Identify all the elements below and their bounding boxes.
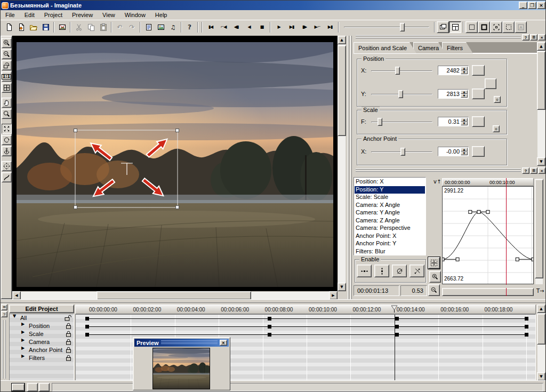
timeline-help-button[interactable]: ? bbox=[1, 311, 7, 317]
scroll-down-icon[interactable]: ▼ bbox=[537, 372, 545, 381]
position-y-spinbox[interactable]: 2813 ▲▼ bbox=[438, 89, 469, 99]
panel-close-button[interactable]: × bbox=[538, 34, 545, 41]
timeline-playhead-line[interactable] bbox=[395, 315, 395, 381]
tree-item-scale[interactable]: ▶Scale bbox=[10, 330, 74, 338]
curve-panel-header[interactable]: ? ≡ × bbox=[354, 167, 546, 174]
scroll-down-icon[interactable]: ▼ bbox=[338, 283, 346, 291]
keyframe[interactable] bbox=[525, 325, 528, 329]
keyframe[interactable] bbox=[268, 333, 271, 337]
expand-corners-button[interactable] bbox=[490, 21, 502, 33]
keyframe[interactable] bbox=[395, 333, 399, 337]
timeline-zoom-out-button[interactable] bbox=[39, 383, 50, 391]
go-to-in-point-button[interactable]: ⌐◀ bbox=[217, 21, 230, 33]
frame-thick-button[interactable] bbox=[478, 21, 490, 33]
timeline-zoom-in-button[interactable] bbox=[27, 383, 38, 391]
expand-icon[interactable]: ▶ bbox=[21, 354, 25, 358]
expand-icon[interactable]: ▶ bbox=[21, 322, 25, 326]
curve-playhead[interactable] bbox=[506, 178, 507, 285]
menu-file[interactable]: File bbox=[1, 11, 20, 19]
tree-item-filters[interactable]: ▶Filters bbox=[10, 354, 74, 362]
anchor-tool-button[interactable] bbox=[2, 146, 12, 156]
tab-filters[interactable]: Filters bbox=[442, 42, 473, 53]
spin-up-icon[interactable]: ▲ bbox=[461, 148, 468, 151]
edit-project-button[interactable]: Edit Project bbox=[9, 305, 74, 313]
spin-up-icon[interactable]: ▲ bbox=[461, 118, 468, 122]
scroll-right-icon[interactable]: ▶ bbox=[329, 291, 338, 300]
menu-preview[interactable]: Preview bbox=[67, 11, 98, 19]
panel-help-button[interactable]: ? bbox=[522, 34, 529, 41]
zoom-in-button[interactable] bbox=[2, 38, 12, 48]
timeline-tree[interactable]: ▼All▶Position▶Scale▶Camera▶Anchor Point▶… bbox=[9, 314, 74, 381]
cascade-windows-button[interactable] bbox=[437, 21, 449, 33]
motion-curve-tool-button[interactable] bbox=[2, 172, 12, 182]
tree-item-camera[interactable]: ▶Camera bbox=[10, 338, 74, 346]
dock-grip[interactable] bbox=[356, 169, 521, 173]
go-to-start-button[interactable]: ▮◀ bbox=[204, 21, 217, 33]
fit-timeline-button[interactable] bbox=[11, 383, 25, 391]
expand-icon[interactable]: ▶ bbox=[21, 330, 25, 334]
play-button[interactable]: ▶ bbox=[272, 21, 285, 33]
animated-property-list[interactable]: Position: XPosition: YScale: ScaleCamera… bbox=[354, 177, 426, 255]
canvas-vscrollbar[interactable]: ▲ ▼ bbox=[338, 36, 346, 291]
current-value-field[interactable]: 0.53 bbox=[400, 285, 427, 296]
current-time-field[interactable]: 00:00:01:13 bbox=[354, 285, 399, 296]
lock-closed-icon[interactable] bbox=[66, 355, 71, 363]
position-key-all-button[interactable] bbox=[485, 78, 496, 89]
dashed-frame-button[interactable] bbox=[502, 21, 515, 33]
previous-keyframe-button[interactable]: ◀▮ bbox=[230, 21, 243, 33]
slider-thumb[interactable] bbox=[400, 23, 405, 31]
spin-down-icon[interactable]: ▼ bbox=[461, 151, 468, 155]
scroll-left-icon[interactable]: ◀ bbox=[12, 291, 21, 300]
spin-up-icon[interactable]: ▲ bbox=[461, 67, 468, 70]
next-frame-button[interactable]: ▮▶ bbox=[298, 21, 311, 33]
spin-down-icon[interactable]: ▼ bbox=[461, 122, 468, 125]
keyframe[interactable] bbox=[85, 317, 89, 321]
curve-hscrollbar[interactable] bbox=[442, 288, 534, 296]
frame-outline-button[interactable] bbox=[465, 21, 478, 33]
curve-plot[interactable] bbox=[442, 186, 534, 284]
play-from-time-button[interactable]: ▶▮ bbox=[285, 21, 298, 33]
keyframe[interactable] bbox=[268, 325, 271, 329]
preview-close-button[interactable]: × bbox=[220, 340, 227, 346]
menu-window[interactable]: Window bbox=[120, 11, 150, 19]
scale-f-spinbox[interactable]: 0.31 ▲▼ bbox=[438, 117, 469, 126]
curve-zoom-in-button[interactable] bbox=[429, 271, 441, 283]
move-scale-tool-button[interactable] bbox=[2, 124, 12, 134]
spin-down-icon[interactable]: ▼ bbox=[461, 94, 468, 98]
scale-reset-button[interactable]: o bbox=[493, 125, 500, 132]
go-to-end-button[interactable]: ▶▮ bbox=[324, 21, 336, 33]
property-item[interactable]: Anchor Point: X bbox=[355, 233, 425, 241]
property-item[interactable]: Camera: X Angle bbox=[355, 202, 425, 210]
anchor-x-curve-button[interactable] bbox=[472, 146, 485, 157]
rotate-tool-button[interactable] bbox=[2, 135, 12, 145]
dock-grip[interactable] bbox=[356, 35, 521, 39]
anchor-x-spinbox[interactable]: -0.00 ▲▼ bbox=[438, 147, 469, 156]
property-item[interactable]: Position: X bbox=[355, 178, 425, 186]
save-project-button[interactable] bbox=[39, 21, 52, 33]
position-x-spinbox[interactable]: 2482 ▲▼ bbox=[438, 66, 469, 75]
keyframe[interactable] bbox=[395, 325, 399, 329]
collapse-icon[interactable]: ▼ bbox=[13, 314, 16, 318]
panel-splitter[interactable] bbox=[348, 36, 349, 299]
canvas[interactable] bbox=[12, 36, 338, 291]
stop-button[interactable]: ■ bbox=[255, 21, 268, 33]
actual-size-button[interactable]: 1:1 bbox=[2, 71, 12, 82]
tree-item-position[interactable]: ▶Position bbox=[10, 322, 74, 330]
inspector-scroll-thumb[interactable] bbox=[537, 51, 545, 110]
spin-up-icon[interactable]: ▲ bbox=[461, 90, 468, 94]
minimize-button[interactable]: _ bbox=[519, 2, 527, 9]
keyframe[interactable] bbox=[525, 333, 528, 337]
panel-menu-button[interactable]: ≡ bbox=[530, 167, 537, 174]
timeline-vscrollbar[interactable]: ▲ ▼ bbox=[537, 305, 545, 381]
tab-position-and-scale[interactable]: Position and Scale bbox=[354, 42, 416, 53]
timeline-zoom-track[interactable] bbox=[52, 383, 543, 391]
fit-image-button[interactable] bbox=[2, 83, 12, 93]
keyframe-track[interactable] bbox=[87, 318, 526, 319]
curve-zoom-out-button[interactable] bbox=[428, 284, 440, 296]
magnifier-button[interactable] bbox=[2, 109, 12, 119]
enable-shear-button[interactable] bbox=[410, 265, 424, 277]
menu-view[interactable]: View bbox=[98, 11, 120, 19]
menu-project[interactable]: Project bbox=[39, 11, 67, 19]
scroll-down-icon[interactable]: ▼ bbox=[537, 157, 545, 166]
property-item[interactable]: Filters: Blur bbox=[355, 248, 425, 256]
